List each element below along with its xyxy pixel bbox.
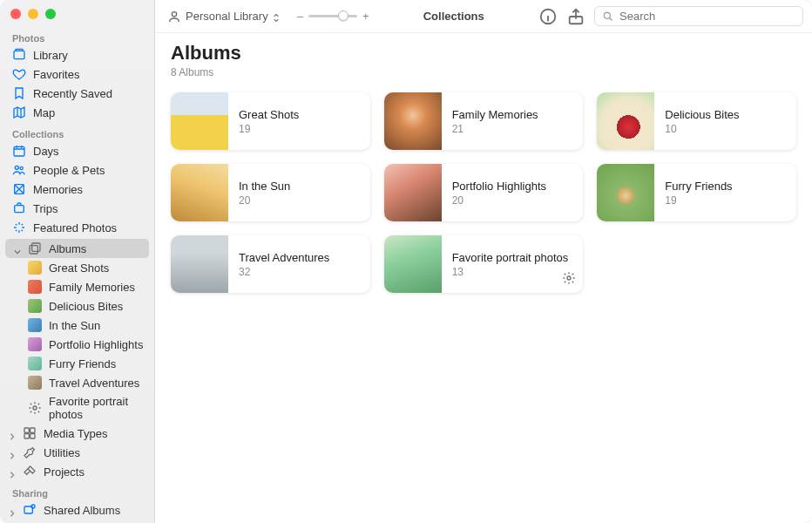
- sidebar-album-delicious-bites[interactable]: Delicious Bites: [0, 296, 154, 316]
- album-title: Family Memories: [452, 108, 573, 121]
- chevron-right-icon[interactable]: [9, 449, 16, 456]
- album-card[interactable]: Travel Adventures 32: [171, 235, 370, 293]
- sidebar-album-portfolio-highlights[interactable]: Portfolio Highlights: [0, 335, 154, 354]
- chevron-right-icon[interactable]: [9, 506, 16, 513]
- sidebar-album-family-memories[interactable]: Family Memories: [0, 277, 154, 296]
- album-card[interactable]: Furry Friends 19: [597, 164, 796, 221]
- page-title: Albums: [171, 42, 796, 65]
- album-card[interactable]: Portfolio Highlights 20: [384, 164, 584, 221]
- album-card[interactable]: Family Memories 21: [384, 92, 584, 150]
- sidebar-item-label: Shared Albums: [44, 504, 145, 517]
- person-icon: [167, 10, 181, 24]
- sidebar-item-albums[interactable]: Albums: [5, 239, 149, 258]
- share-button[interactable]: [566, 7, 585, 26]
- sidebar-item-favorites[interactable]: Favorites: [0, 65, 154, 84]
- album-artwork: [384, 164, 442, 221]
- album-title: Favorite portrait photos: [452, 251, 573, 264]
- sidebar-item-utilities[interactable]: Utilities: [0, 443, 154, 462]
- album-card[interactable]: Great Shots 19: [171, 92, 370, 150]
- album-artwork: [171, 235, 228, 293]
- svg-point-3: [15, 166, 18, 169]
- sidebar-item-map[interactable]: Map: [0, 103, 154, 122]
- people-icon: [12, 163, 26, 177]
- updown-arrows-icon: [273, 12, 281, 21]
- sidebar-item-icloud-links[interactable]: iCloud Links: [0, 520, 154, 523]
- album-title: Delicious Bites: [665, 108, 786, 121]
- shared-album-icon: [23, 503, 37, 517]
- sidebar-item-people-pets[interactable]: People & Pets: [0, 160, 154, 180]
- album-thumb-icon: [28, 357, 42, 370]
- sidebar-album-travel-adventures[interactable]: Travel Adventures: [0, 373, 154, 392]
- toolbar-view-title[interactable]: Collections: [423, 10, 484, 23]
- sidebar-item-memories[interactable]: Memories: [0, 180, 154, 199]
- sidebar-album-favorite-portrait-photos[interactable]: Favorite portrait photos: [0, 392, 154, 424]
- album-card[interactable]: Delicious Bites 10: [597, 92, 796, 150]
- chevron-right-icon[interactable]: [9, 430, 16, 437]
- album-card[interactable]: In the Sun 20: [171, 164, 370, 221]
- album-artwork: [171, 164, 228, 221]
- svg-point-20: [567, 276, 571, 280]
- albums-icon: [28, 241, 42, 255]
- sidebar-item-label: Furry Friends: [49, 357, 145, 370]
- close-window-button[interactable]: [10, 9, 21, 19]
- sidebar-album-in-the-sun[interactable]: In the Sun: [0, 316, 154, 335]
- chevron-right-icon[interactable]: [9, 468, 16, 475]
- sidebar-album-furry-friends[interactable]: Furry Friends: [0, 354, 154, 373]
- zoom-knob[interactable]: [338, 10, 348, 21]
- fullscreen-window-button[interactable]: [45, 9, 56, 19]
- album-thumb-icon: [28, 299, 42, 313]
- info-button[interactable]: [538, 7, 558, 26]
- smart-album-gear-icon[interactable]: [562, 271, 576, 288]
- svg-rect-7: [30, 246, 37, 254]
- hammer-icon: [23, 465, 37, 479]
- sidebar-item-label: Library: [33, 49, 145, 62]
- svg-rect-0: [14, 51, 24, 58]
- sidebar-item-label: Travel Adventures: [49, 377, 145, 390]
- sidebar-item-trips[interactable]: Trips: [0, 199, 154, 218]
- album-artwork: [597, 164, 654, 221]
- zoom-slider[interactable]: – +: [297, 10, 369, 23]
- sidebar-item-shared-albums[interactable]: Shared Albums: [0, 500, 154, 520]
- bookmark-icon: [12, 86, 26, 100]
- album-count: 20: [239, 194, 360, 207]
- gear-icon: [28, 401, 42, 415]
- sidebar-item-label: Albums: [49, 242, 140, 255]
- svg-rect-13: [30, 434, 35, 438]
- sidebar-item-label: Family Memories: [49, 281, 145, 294]
- album-card[interactable]: Favorite portrait photos 13: [384, 235, 584, 293]
- sidebar-item-label: People & Pets: [33, 164, 145, 177]
- chevron-down-icon[interactable]: [14, 245, 21, 252]
- sidebar-item-days[interactable]: Days: [0, 141, 154, 160]
- search-field[interactable]: [594, 6, 803, 26]
- sidebar-item-label: Great Shots: [49, 262, 145, 275]
- sidebar-item-label: Projects: [44, 465, 145, 479]
- heart-icon: [12, 67, 26, 81]
- album-count: 32: [239, 266, 360, 278]
- sidebar-item-projects[interactable]: Projects: [0, 462, 154, 481]
- album-title: Portfolio Highlights: [452, 180, 573, 193]
- svg-rect-6: [15, 206, 24, 213]
- sidebar-album-great-shots[interactable]: Great Shots: [0, 258, 154, 277]
- search-input[interactable]: [619, 10, 795, 23]
- album-artwork: [171, 92, 228, 150]
- calendar-icon: [12, 144, 26, 158]
- minimize-window-button[interactable]: [28, 9, 38, 19]
- album-artwork: [597, 92, 654, 150]
- album-count: 19: [665, 194, 786, 207]
- svg-rect-2: [14, 146, 24, 156]
- album-artwork: [384, 92, 442, 150]
- toolbar: Personal Library – + Collections: [155, 0, 812, 33]
- sidebar-item-recently-saved[interactable]: Recently Saved: [0, 84, 154, 103]
- album-thumb-icon: [28, 280, 42, 294]
- library-switcher[interactable]: Personal Library: [164, 8, 285, 25]
- sidebar-item-media-types[interactable]: Media Types: [0, 424, 154, 443]
- sidebar-item-label: Favorites: [33, 68, 145, 81]
- svg-rect-1: [16, 49, 23, 51]
- wrench-icon: [23, 445, 37, 459]
- svg-rect-12: [24, 434, 29, 438]
- album-count: 21: [452, 123, 573, 135]
- sidebar-item-featured-photos[interactable]: Featured Photos: [0, 218, 154, 237]
- album-title: Travel Adventures: [239, 251, 360, 264]
- sidebar-item-library[interactable]: Library: [0, 45, 154, 65]
- zoom-track[interactable]: [308, 15, 357, 17]
